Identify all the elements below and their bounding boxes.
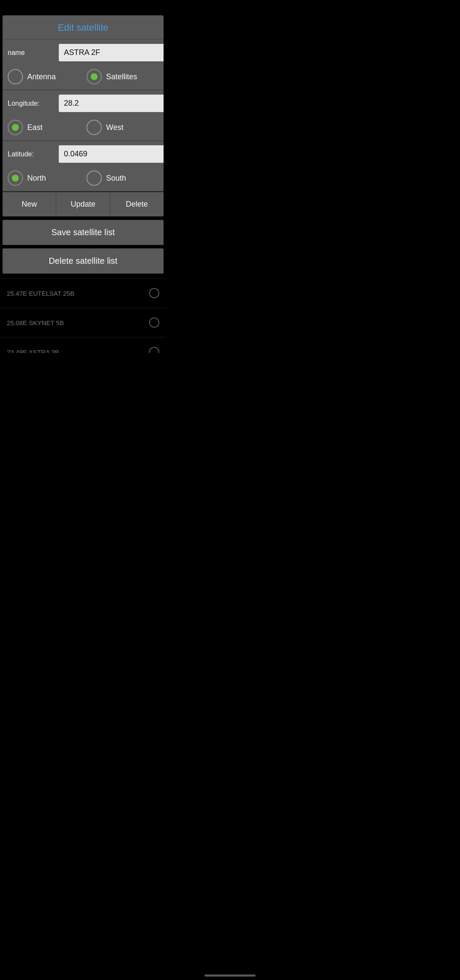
east-option[interactable]: East xyxy=(8,120,80,135)
north-label: North xyxy=(27,174,46,183)
dialog-body: name Antenna Satellites xyxy=(3,39,164,216)
antenna-label: Antenna xyxy=(27,72,56,81)
north-south-row: North South xyxy=(3,167,164,191)
satellite-label: 23.49E ASTRA 3B xyxy=(7,349,59,353)
antenna-radio[interactable] xyxy=(8,69,23,84)
satellites-option[interactable]: Satellites xyxy=(86,69,158,84)
name-input[interactable] xyxy=(59,44,164,61)
name-row: name xyxy=(3,39,164,66)
east-radio[interactable] xyxy=(8,120,23,135)
save-satellite-list-button[interactable]: Save satellite list xyxy=(3,220,164,245)
satellite-radio[interactable] xyxy=(149,347,159,353)
east-radio-dot xyxy=(12,124,19,131)
edit-satellite-dialog: Edit satellite name Antenna xyxy=(3,15,164,216)
antenna-satellites-row: Antenna Satellites xyxy=(3,66,164,90)
south-radio[interactable] xyxy=(86,170,102,186)
satellites-label: Satellites xyxy=(106,72,137,81)
west-label: West xyxy=(106,123,124,132)
delete-satellite-list-button[interactable]: Delete satellite list xyxy=(3,248,164,274)
longitude-label: Longitude: xyxy=(8,100,59,107)
satellite-label: 25.47E EUTELSAT 25B xyxy=(7,290,75,297)
new-button[interactable]: New xyxy=(3,192,56,216)
satellite-radio[interactable] xyxy=(149,288,159,298)
action-buttons-row: New Update Delete xyxy=(3,191,164,216)
east-west-row: East West xyxy=(3,116,164,141)
antenna-option[interactable]: Antenna xyxy=(8,69,80,84)
satellite-radio[interactable] xyxy=(149,317,159,328)
name-label: name xyxy=(8,49,59,57)
south-option[interactable]: South xyxy=(86,170,158,186)
longitude-input[interactable] xyxy=(59,95,164,112)
south-label: South xyxy=(106,174,126,183)
modal-overlay: Edit satellite name Antenna xyxy=(0,15,166,274)
satellite-label: 25.08E SKYNET 5B xyxy=(7,319,64,326)
latitude-label: Latitude: xyxy=(8,150,59,158)
north-radio-dot xyxy=(12,175,19,182)
latitude-row: Latitude: xyxy=(3,141,164,167)
east-label: East xyxy=(27,123,43,132)
dialog-title: Edit satellite xyxy=(3,15,164,39)
update-button[interactable]: Update xyxy=(56,192,110,216)
delete-button[interactable]: Delete xyxy=(110,192,164,216)
list-item[interactable]: 23.49E ASTRA 3B xyxy=(0,337,166,353)
list-item[interactable]: 25.47E EUTELSAT 25B xyxy=(0,279,166,308)
satellites-radio[interactable] xyxy=(86,69,102,84)
west-radio[interactable] xyxy=(86,120,102,135)
satellites-radio-dot xyxy=(91,73,98,80)
latitude-input[interactable] xyxy=(59,145,164,163)
north-option[interactable]: North xyxy=(8,170,80,186)
north-radio[interactable] xyxy=(8,170,23,186)
west-option[interactable]: West xyxy=(86,120,158,135)
list-item[interactable]: 25.08E SKYNET 5B xyxy=(0,308,166,337)
longitude-row: Longitude: xyxy=(3,90,164,116)
